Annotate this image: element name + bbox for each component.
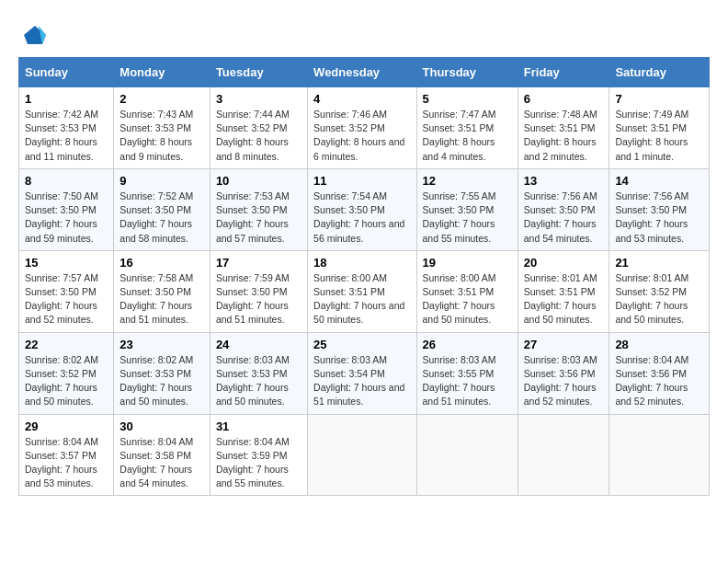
table-row: 19Sunrise: 8:00 AMSunset: 3:51 PMDayligh… <box>416 250 518 332</box>
col-monday: Monday <box>114 58 210 87</box>
logo-icon <box>22 22 48 48</box>
day-info: Sunrise: 8:00 AMSunset: 3:51 PMDaylight:… <box>313 271 410 327</box>
day-number: 26 <box>423 338 512 351</box>
table-row: 2Sunrise: 7:43 AMSunset: 3:53 PMDaylight… <box>114 87 210 169</box>
day-number: 2 <box>119 92 204 106</box>
day-info: Sunrise: 8:04 AMSunset: 3:59 PMDaylight:… <box>216 435 301 491</box>
table-row: 24Sunrise: 8:03 AMSunset: 3:53 PMDayligh… <box>210 332 307 414</box>
day-number: 13 <box>524 174 604 188</box>
day-info: Sunrise: 8:03 AMSunset: 3:53 PMDaylight:… <box>216 353 301 409</box>
day-number: 21 <box>615 256 703 270</box>
table-row: 15Sunrise: 7:57 AMSunset: 3:50 PMDayligh… <box>19 250 114 332</box>
day-number: 15 <box>25 256 108 270</box>
table-row: 23Sunrise: 8:02 AMSunset: 3:53 PMDayligh… <box>114 332 210 414</box>
table-row: 25Sunrise: 8:03 AMSunset: 3:54 PMDayligh… <box>308 332 416 414</box>
col-saturday: Saturday <box>609 58 710 87</box>
day-number: 30 <box>119 419 204 433</box>
table-row: 30Sunrise: 8:04 AMSunset: 3:58 PMDayligh… <box>114 414 210 496</box>
day-info: Sunrise: 7:43 AMSunset: 3:53 PMDaylight:… <box>119 108 204 164</box>
table-row: 14Sunrise: 7:56 AMSunset: 3:50 PMDayligh… <box>609 168 710 250</box>
table-row: 7Sunrise: 7:49 AMSunset: 3:51 PMDaylight… <box>609 87 710 169</box>
table-row: 11Sunrise: 7:54 AMSunset: 3:50 PMDayligh… <box>308 168 416 250</box>
day-info: Sunrise: 7:48 AMSunset: 3:51 PMDaylight:… <box>524 108 604 164</box>
day-info: Sunrise: 7:56 AMSunset: 3:50 PMDaylight:… <box>615 190 703 246</box>
table-row: 22Sunrise: 8:02 AMSunset: 3:52 PMDayligh… <box>19 332 114 414</box>
table-row: 6Sunrise: 7:48 AMSunset: 3:51 PMDaylight… <box>518 87 609 169</box>
day-info: Sunrise: 7:58 AMSunset: 3:50 PMDaylight:… <box>119 271 204 327</box>
day-info: Sunrise: 7:56 AMSunset: 3:50 PMDaylight:… <box>524 190 604 246</box>
day-info: Sunrise: 8:00 AMSunset: 3:51 PMDaylight:… <box>423 271 512 327</box>
day-info: Sunrise: 8:04 AMSunset: 3:58 PMDaylight:… <box>119 435 204 491</box>
day-info: Sunrise: 7:44 AMSunset: 3:52 PMDaylight:… <box>216 108 301 164</box>
table-row: 18Sunrise: 8:00 AMSunset: 3:51 PMDayligh… <box>308 250 416 332</box>
day-number: 6 <box>524 92 604 106</box>
day-info: Sunrise: 8:04 AMSunset: 3:57 PMDaylight:… <box>25 435 108 491</box>
table-row: 4Sunrise: 7:46 AMSunset: 3:52 PMDaylight… <box>308 87 416 169</box>
calendar-body: 1Sunrise: 7:42 AMSunset: 3:53 PMDaylight… <box>19 87 710 496</box>
day-number: 24 <box>216 338 301 351</box>
day-info: Sunrise: 7:52 AMSunset: 3:50 PMDaylight:… <box>119 190 204 246</box>
day-number: 4 <box>313 92 410 106</box>
header-row: Sunday Monday Tuesday Wednesday Thursday… <box>19 58 710 87</box>
table-row: 26Sunrise: 8:03 AMSunset: 3:55 PMDayligh… <box>416 332 518 414</box>
table-row: 10Sunrise: 7:53 AMSunset: 3:50 PMDayligh… <box>210 168 307 250</box>
day-info: Sunrise: 8:01 AMSunset: 3:52 PMDaylight:… <box>615 271 703 327</box>
calendar-table: Sunday Monday Tuesday Wednesday Thursday… <box>18 57 710 496</box>
day-info: Sunrise: 8:02 AMSunset: 3:52 PMDaylight:… <box>25 353 108 409</box>
day-number: 12 <box>423 174 512 188</box>
day-number: 28 <box>615 338 703 351</box>
day-info: Sunrise: 8:02 AMSunset: 3:53 PMDaylight:… <box>119 353 204 409</box>
day-number: 7 <box>615 92 703 106</box>
table-row: 9Sunrise: 7:52 AMSunset: 3:50 PMDaylight… <box>114 168 210 250</box>
day-number: 22 <box>25 338 108 351</box>
table-row: 12Sunrise: 7:55 AMSunset: 3:50 PMDayligh… <box>416 168 518 250</box>
table-row: 13Sunrise: 7:56 AMSunset: 3:50 PMDayligh… <box>518 168 609 250</box>
day-number: 18 <box>313 256 410 270</box>
day-number: 16 <box>119 256 204 270</box>
day-info: Sunrise: 7:53 AMSunset: 3:50 PMDaylight:… <box>216 190 301 246</box>
day-info: Sunrise: 8:01 AMSunset: 3:51 PMDaylight:… <box>524 271 604 327</box>
day-number: 14 <box>615 174 703 188</box>
table-row: 29Sunrise: 8:04 AMSunset: 3:57 PMDayligh… <box>19 414 114 496</box>
table-row <box>308 414 416 496</box>
table-row <box>609 414 710 496</box>
calendar-week-5: 29Sunrise: 8:04 AMSunset: 3:57 PMDayligh… <box>19 414 710 496</box>
table-row: 20Sunrise: 8:01 AMSunset: 3:51 PMDayligh… <box>518 250 609 332</box>
table-row: 28Sunrise: 8:04 AMSunset: 3:56 PMDayligh… <box>609 332 710 414</box>
col-sunday: Sunday <box>19 58 114 87</box>
day-number: 17 <box>216 256 301 270</box>
day-info: Sunrise: 7:57 AMSunset: 3:50 PMDaylight:… <box>25 271 108 327</box>
day-info: Sunrise: 8:03 AMSunset: 3:54 PMDaylight:… <box>313 353 410 409</box>
page-header <box>18 18 710 48</box>
day-info: Sunrise: 7:47 AMSunset: 3:51 PMDaylight:… <box>423 108 512 164</box>
day-number: 5 <box>423 92 512 106</box>
calendar-week-1: 1Sunrise: 7:42 AMSunset: 3:53 PMDaylight… <box>19 87 710 169</box>
table-row: 27Sunrise: 8:03 AMSunset: 3:56 PMDayligh… <box>518 332 609 414</box>
table-row: 1Sunrise: 7:42 AMSunset: 3:53 PMDaylight… <box>19 87 114 169</box>
table-row: 3Sunrise: 7:44 AMSunset: 3:52 PMDaylight… <box>210 87 307 169</box>
table-row: 5Sunrise: 7:47 AMSunset: 3:51 PMDaylight… <box>416 87 518 169</box>
day-info: Sunrise: 7:42 AMSunset: 3:53 PMDaylight:… <box>25 108 108 164</box>
table-row: 16Sunrise: 7:58 AMSunset: 3:50 PMDayligh… <box>114 250 210 332</box>
day-number: 20 <box>524 256 604 270</box>
table-row: 21Sunrise: 8:01 AMSunset: 3:52 PMDayligh… <box>609 250 710 332</box>
day-number: 9 <box>119 174 204 188</box>
table-row: 8Sunrise: 7:50 AMSunset: 3:50 PMDaylight… <box>19 168 114 250</box>
day-number: 8 <box>25 174 108 188</box>
day-info: Sunrise: 8:03 AMSunset: 3:55 PMDaylight:… <box>423 353 512 409</box>
col-wednesday: Wednesday <box>308 58 416 87</box>
table-row: 17Sunrise: 7:59 AMSunset: 3:50 PMDayligh… <box>210 250 307 332</box>
day-number: 29 <box>25 419 108 433</box>
day-info: Sunrise: 7:55 AMSunset: 3:50 PMDaylight:… <box>423 190 512 246</box>
day-number: 27 <box>524 338 604 351</box>
table-row: 31Sunrise: 8:04 AMSunset: 3:59 PMDayligh… <box>210 414 307 496</box>
day-info: Sunrise: 7:46 AMSunset: 3:52 PMDaylight:… <box>313 108 410 164</box>
day-info: Sunrise: 7:49 AMSunset: 3:51 PMDaylight:… <box>615 108 703 164</box>
day-number: 25 <box>313 338 410 351</box>
day-number: 11 <box>313 174 410 188</box>
calendar-header: Sunday Monday Tuesday Wednesday Thursday… <box>19 58 710 87</box>
col-friday: Friday <box>518 58 609 87</box>
day-info: Sunrise: 7:59 AMSunset: 3:50 PMDaylight:… <box>216 271 301 327</box>
day-number: 19 <box>423 256 512 270</box>
col-tuesday: Tuesday <box>210 58 307 87</box>
